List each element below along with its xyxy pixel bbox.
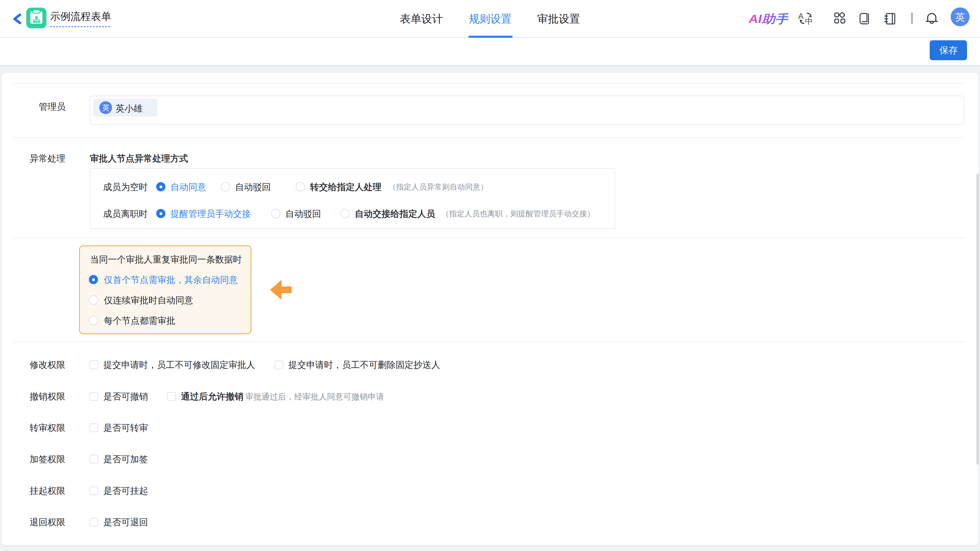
svg-text:A: A: [798, 12, 803, 21]
svg-text:中: 中: [805, 17, 813, 25]
